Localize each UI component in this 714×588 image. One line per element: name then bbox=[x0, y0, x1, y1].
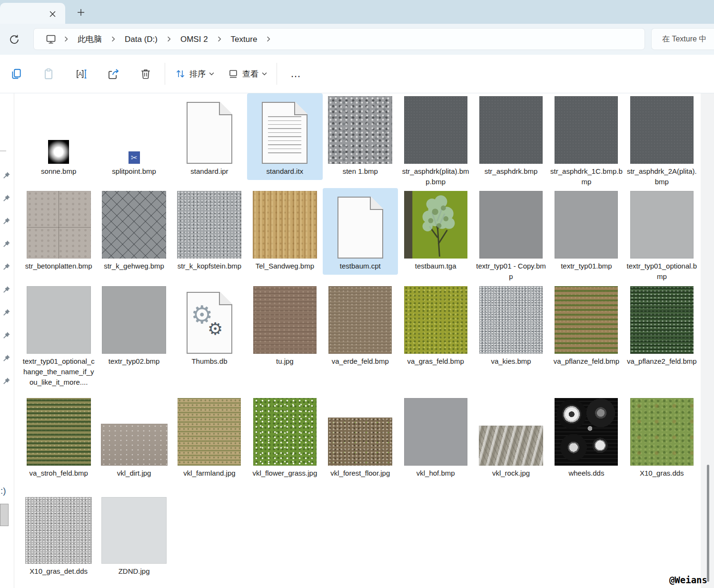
file-tile[interactable]: X10_gras_det.dds bbox=[21, 495, 96, 577]
pinned-item-icon[interactable] bbox=[2, 286, 11, 295]
pinned-item-icon[interactable] bbox=[2, 263, 11, 272]
address-bar[interactable]: 此电脑Data (D:)OMSI 2Texture bbox=[33, 28, 645, 50]
file-name: vkl_dirt.jpg bbox=[98, 468, 170, 478]
breadcrumb-chevron-icon[interactable] bbox=[162, 36, 176, 42]
file-thumbnail bbox=[27, 188, 91, 259]
breadcrumb-chevron-icon[interactable] bbox=[262, 36, 275, 42]
file-tile[interactable]: str_k_kopfstein.bmp bbox=[172, 188, 247, 271]
pinned-item-icon[interactable] bbox=[2, 377, 11, 387]
gear-icon: ⚙ bbox=[208, 320, 223, 338]
file-tile[interactable]: testbaum.tga bbox=[398, 188, 473, 271]
share-button[interactable] bbox=[97, 60, 129, 87]
file-tile[interactable]: str_betonplatten.bmp bbox=[21, 188, 96, 271]
file-tile[interactable]: str_asphdrk_1C.bmp.bmp bbox=[549, 93, 624, 187]
vertical-scrollbar-thumb[interactable] bbox=[707, 465, 709, 582]
texture-thumbnail bbox=[178, 398, 241, 466]
file-thumbnail bbox=[337, 188, 383, 259]
more-options-button[interactable]: … bbox=[280, 60, 312, 87]
pinned-item-icon[interactable] bbox=[2, 309, 11, 318]
pinned-item-icon[interactable] bbox=[2, 194, 11, 204]
file-tile[interactable]: ZDND.jpg bbox=[96, 495, 171, 577]
file-row: X10_gras_det.ddsZDND.jpg bbox=[21, 495, 700, 588]
file-name: standard.ipr bbox=[173, 166, 246, 177]
file-name: sonne.bmp bbox=[22, 166, 95, 177]
file-tile[interactable]: str_asphdrk(plita).bmp.bmp bbox=[398, 93, 473, 187]
file-tile[interactable]: testbaum.cpt bbox=[323, 188, 398, 275]
breadcrumb-chevron-icon[interactable] bbox=[60, 36, 73, 42]
drive-label-fragment: :) bbox=[0, 486, 6, 496]
file-tile[interactable]: textr_typ02.bmp bbox=[96, 283, 171, 367]
texture-thumbnail bbox=[177, 191, 241, 259]
file-tile[interactable]: va_pflanze2_feld.bmp bbox=[624, 283, 699, 367]
file-tile[interactable]: ⚙⚙Thumbs.db bbox=[172, 283, 247, 367]
texture-thumbnail bbox=[404, 286, 467, 354]
file-tile[interactable]: va_kies.bmp bbox=[473, 283, 548, 367]
close-icon bbox=[50, 11, 56, 17]
breadcrumb-item-4[interactable]: Texture bbox=[226, 33, 262, 46]
texture-thumbnail bbox=[404, 191, 467, 259]
file-thumbnail bbox=[555, 283, 618, 354]
file-tile[interactable]: textr_typ01_optional.bmp bbox=[624, 188, 699, 282]
file-tile[interactable]: textr_typ01 - Copy.bmp bbox=[473, 188, 548, 282]
file-name: va_pflanze2_feld.bmp bbox=[625, 356, 698, 367]
refresh-button[interactable] bbox=[4, 29, 25, 50]
nav-scrollbar-thumb[interactable] bbox=[0, 504, 9, 526]
breadcrumb-item-1[interactable]: 此电脑 bbox=[73, 33, 107, 46]
delete-button[interactable] bbox=[129, 60, 162, 87]
breadcrumb-item-3[interactable]: OMSI 2 bbox=[176, 33, 213, 46]
breadcrumb-chevron-icon[interactable] bbox=[107, 36, 120, 42]
file-tile[interactable]: str_asphdrk_2A(plita).bmp bbox=[624, 93, 699, 187]
paste-button[interactable] bbox=[32, 60, 65, 87]
file-tile[interactable]: wheels.dds bbox=[549, 399, 624, 478]
texture-thumbnail bbox=[101, 497, 167, 564]
sort-label: 排序 bbox=[189, 69, 206, 80]
file-tile[interactable]: va_pflanze_feld.bmp bbox=[549, 283, 624, 367]
texture-thumbnail bbox=[479, 191, 543, 259]
file-tile[interactable]: vkl_dirt.jpg bbox=[96, 399, 171, 478]
file-tile[interactable]: va_gras_feld.bmp bbox=[398, 283, 473, 367]
file-tile[interactable]: standard.ipr bbox=[172, 93, 247, 177]
file-tile[interactable]: str_k_gehweg.bmp bbox=[96, 188, 171, 271]
pinned-item-icon[interactable] bbox=[2, 354, 11, 364]
file-tile[interactable]: textr_typ01_optional_change_the_name_if_… bbox=[21, 283, 96, 388]
tab-close-button[interactable] bbox=[47, 9, 58, 19]
file-tile[interactable]: str_asphdrk.bmp bbox=[473, 93, 548, 177]
view-button[interactable]: 查看 bbox=[221, 60, 274, 87]
pinned-item-icon[interactable] bbox=[2, 171, 11, 181]
document-icon bbox=[337, 197, 383, 259]
toolbar-divider bbox=[165, 63, 165, 85]
file-tile[interactable]: vkl_flower_grass.jpg bbox=[247, 399, 322, 478]
file-thumbnail bbox=[253, 283, 317, 354]
breadcrumb-chevron-icon[interactable] bbox=[213, 36, 226, 42]
file-tile[interactable]: standard.itx bbox=[247, 93, 322, 180]
chevron-down-icon bbox=[262, 72, 267, 76]
file-tile[interactable]: vkl_farmland.jpg bbox=[172, 399, 247, 478]
file-tile[interactable]: Tel_Sandweg.bmp bbox=[247, 188, 322, 271]
file-tile[interactable]: X10_gras.dds bbox=[624, 399, 699, 478]
file-row: textr_typ01_optional_change_the_name_if_… bbox=[21, 283, 700, 399]
vertical-scrollbar[interactable] bbox=[701, 93, 714, 588]
file-row: va_stroh_feld.bmpvkl_dirt.jpgvkl_farmlan… bbox=[21, 399, 700, 495]
file-tile[interactable]: textr_typ01.bmp bbox=[549, 188, 624, 271]
file-tile[interactable]: ✂splitpoint.bmp bbox=[96, 93, 171, 177]
pinned-item-icon[interactable] bbox=[2, 217, 11, 227]
pinned-item-icon[interactable] bbox=[2, 240, 11, 249]
file-name: ZDND.jpg bbox=[98, 566, 170, 577]
file-tile[interactable]: sonne.bmp bbox=[21, 93, 96, 177]
file-tile[interactable]: vkl_forest_floor.jpg bbox=[323, 399, 398, 478]
search-input[interactable] bbox=[652, 29, 714, 50]
copy-button[interactable] bbox=[0, 60, 32, 87]
file-tile[interactable]: va_erde_feld.bmp bbox=[323, 283, 398, 367]
rename-button[interactable]: A bbox=[65, 60, 97, 87]
file-tile[interactable]: tu.jpg bbox=[247, 283, 322, 367]
pinned-item-icon[interactable] bbox=[2, 331, 11, 341]
sort-button[interactable]: 排序 bbox=[168, 60, 221, 87]
file-thumbnail bbox=[102, 283, 166, 354]
file-tile[interactable]: va_stroh_feld.bmp bbox=[21, 399, 96, 478]
file-tile[interactable]: vkl_hof.bmp bbox=[398, 399, 473, 478]
explorer-tab[interactable] bbox=[0, 3, 65, 24]
new-tab-button[interactable] bbox=[74, 6, 88, 19]
breadcrumb-item-2[interactable]: Data (D:) bbox=[120, 33, 162, 46]
file-tile[interactable]: vkl_rock.jpg bbox=[473, 399, 548, 478]
file-tile[interactable]: sten 1.bmp bbox=[323, 93, 398, 177]
